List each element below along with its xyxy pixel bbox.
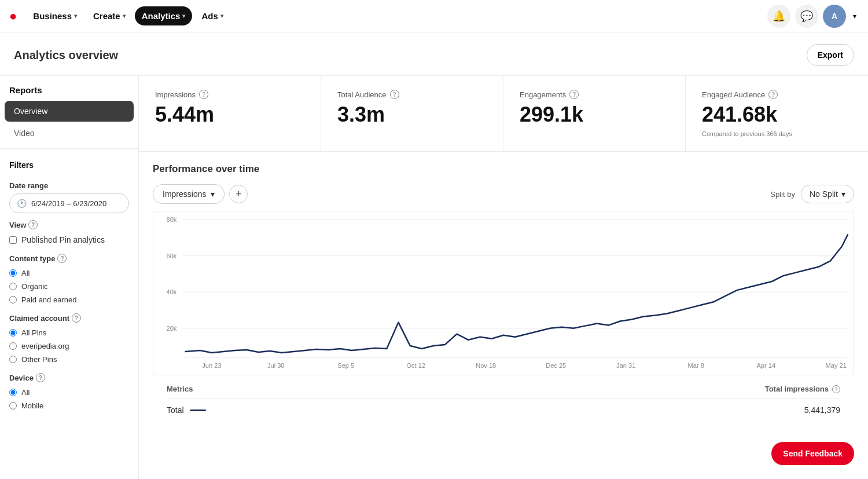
page-header: Analytics overview Export	[0, 32, 868, 76]
claimed-account-help-icon[interactable]: ?	[72, 313, 81, 323]
metric-dropdown[interactable]: Impressions ▾	[153, 184, 225, 204]
metrics-table-header: Metrics Total impressions ?	[167, 380, 840, 398]
total-audience-help-icon[interactable]: ?	[390, 90, 399, 99]
date-range-label: Date range	[9, 181, 129, 190]
chart-line	[185, 235, 847, 353]
x-label-oct12: Oct 12	[406, 362, 425, 369]
content-type-paid-row: Paid and earned	[9, 293, 129, 306]
sidebar-item-video[interactable]: Video	[5, 123, 134, 144]
nav-item-create[interactable]: Create ▾	[86, 6, 133, 25]
claimed-everipedia-row: everipedia.org	[9, 339, 129, 353]
chart-controls: Impressions ▾ + Split by No Split ▾	[153, 184, 854, 204]
engaged-audience-help-icon[interactable]: ?	[768, 90, 778, 99]
content-type-paid-radio[interactable]	[9, 296, 17, 304]
chevron-down-icon: ▾	[841, 189, 845, 199]
y-label-80k: 80k	[166, 216, 176, 223]
chart-wrapper: 80k 60k 40k 20k Jun 23 Jul 30 Sep 5	[153, 211, 854, 375]
notifications-button[interactable]: 🔔	[767, 5, 790, 28]
content-type-help-icon[interactable]: ?	[57, 254, 67, 263]
claimed-everipedia-radio[interactable]	[9, 342, 17, 350]
x-label-may21: May 21	[826, 362, 847, 369]
send-feedback-button[interactable]: Send Feedback	[771, 442, 854, 465]
x-label-sep5: Sep 5	[337, 362, 354, 369]
x-label-jun23: Jun 23	[202, 362, 221, 369]
metric-total-audience: Total Audience ? 3.3m	[321, 76, 503, 151]
pinterest-logo[interactable]: ●	[9, 9, 17, 24]
avatar[interactable]: A	[823, 5, 846, 28]
add-metric-button[interactable]: +	[229, 185, 248, 203]
y-label-20k: 20k	[166, 325, 176, 332]
metric-impressions: Impressions ? 5.44m	[139, 76, 321, 151]
filters-label: Filters	[9, 160, 129, 174]
claimed-other-pins-row: Other Pins	[9, 353, 129, 366]
claimed-all-pins-radio[interactable]	[9, 329, 17, 337]
engagements-label: Engagements ?	[520, 90, 669, 99]
claimed-all-pins-label[interactable]: All Pins	[21, 328, 46, 337]
split-by-value: No Split	[810, 189, 838, 199]
export-button[interactable]: Export	[807, 44, 854, 66]
metrics-row: Impressions ? 5.44m Total Audience ? 3.3…	[139, 76, 868, 152]
total-label: Total	[167, 405, 184, 415]
total-impressions-help-icon[interactable]: ?	[832, 385, 840, 393]
engagements-help-icon[interactable]: ?	[569, 90, 579, 99]
content-type-all-row: All	[9, 266, 129, 280]
nav-item-ads-label: Ads	[201, 11, 218, 21]
published-pin-checkbox-row: Published Pin analytics	[9, 233, 129, 247]
split-by-dropdown[interactable]: No Split ▾	[801, 185, 854, 203]
total-audience-label: Total Audience ?	[337, 90, 487, 99]
chevron-down-icon: ▾	[123, 13, 126, 19]
published-pin-checkbox[interactable]	[9, 236, 17, 244]
content-type-organic-radio[interactable]	[9, 283, 17, 290]
nav-item-ads[interactable]: Ads ▾	[194, 6, 230, 25]
nav-item-business-label: Business	[33, 11, 72, 21]
content-type-all-radio[interactable]	[9, 269, 17, 277]
engaged-audience-note: Compared to previous 366 days	[702, 130, 852, 137]
nav-item-analytics[interactable]: Analytics ▾	[135, 6, 193, 25]
chevron-down-icon: ▾	[211, 189, 215, 199]
impressions-help-icon[interactable]: ?	[199, 90, 208, 99]
split-by-row: Split by No Split ▾	[770, 185, 854, 203]
split-by-label: Split by	[770, 190, 795, 199]
chart-section: Performance over time Impressions ▾ + Sp…	[139, 152, 868, 443]
claimed-other-pins-label[interactable]: Other Pins	[21, 355, 57, 364]
account-expand-button[interactable]: ▾	[851, 10, 859, 23]
page-title: Analytics overview	[14, 49, 118, 62]
content-type-paid-label[interactable]: Paid and earned	[21, 295, 76, 304]
device-mobile-label[interactable]: Mobile	[21, 401, 43, 410]
device-all-label[interactable]: All	[21, 388, 30, 397]
content-type-organic-label[interactable]: Organic	[21, 282, 48, 291]
chart-title: Performance over time	[153, 163, 854, 175]
date-range-picker[interactable]: 🕐 6/24/2019 – 6/23/2020	[9, 193, 129, 213]
table-row: Total 5,441,379	[167, 398, 840, 422]
view-label: View ?	[9, 220, 129, 229]
messages-button[interactable]: 💬	[795, 5, 818, 28]
chevron-down-icon: ▾	[182, 13, 185, 19]
content-type-all-label[interactable]: All	[21, 269, 30, 277]
total-impressions-col-label: Total impressions	[765, 385, 829, 393]
claimed-all-pins-row: All Pins	[9, 326, 129, 339]
nav-item-create-label: Create	[93, 11, 120, 21]
device-mobile-radio[interactable]	[9, 402, 17, 409]
device-all-radio[interactable]	[9, 389, 17, 396]
metric-dropdown-label: Impressions	[163, 189, 206, 199]
device-help-icon[interactable]: ?	[36, 373, 45, 382]
sidebar-item-overview[interactable]: Overview	[5, 101, 134, 122]
x-label-jan31: Jan 31	[616, 362, 635, 369]
nav-item-business[interactable]: Business ▾	[26, 6, 84, 25]
content-type-label: Content type ?	[9, 254, 129, 263]
clock-icon: 🕐	[17, 199, 27, 208]
y-label-40k: 40k	[166, 288, 176, 295]
impressions-label: Impressions ?	[155, 90, 304, 99]
device-label: Device ?	[9, 373, 129, 382]
x-label-mar8: Mar 8	[688, 362, 704, 369]
sidebar: Reports Overview Video Filters Date rang…	[0, 76, 139, 479]
view-help-icon[interactable]: ?	[28, 220, 38, 229]
engagements-value: 299.1k	[520, 103, 669, 127]
x-label-nov18: Nov 18	[476, 362, 496, 369]
published-pin-label[interactable]: Published Pin analytics	[21, 235, 105, 244]
claimed-other-pins-radio[interactable]	[9, 356, 17, 363]
device-mobile-row: Mobile	[9, 399, 129, 412]
nav-right: 🔔 💬 A ▾	[767, 5, 859, 28]
chart-controls-left: Impressions ▾ +	[153, 184, 248, 204]
claimed-everipedia-label[interactable]: everipedia.org	[21, 342, 69, 350]
